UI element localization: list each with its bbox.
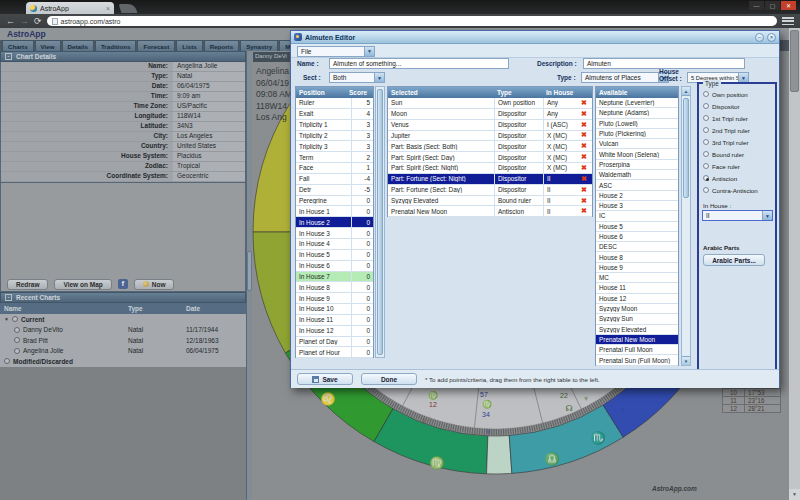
selected-criteria-row[interactable]: Part: Fortune (Sect: Day)DispositorII✖ — [388, 185, 592, 196]
available-item[interactable]: Neptune (Leverrier) — [596, 98, 678, 108]
new-tab-button[interactable] — [119, 4, 138, 13]
radio-icon[interactable] — [703, 139, 709, 145]
recent-chart-row[interactable]: Modified/Discarded — [0, 356, 246, 367]
radio-icon[interactable] — [703, 163, 709, 169]
available-item[interactable]: House 3 — [596, 201, 678, 211]
position-row[interactable]: Detr-5 — [296, 185, 373, 196]
browser-tab[interactable]: AstroApp × — [26, 2, 114, 14]
now-button[interactable]: Now — [134, 279, 175, 290]
radio-icon[interactable] — [703, 115, 709, 121]
window-maximize-icon[interactable]: ▢ — [765, 1, 780, 10]
position-row[interactable]: In House 10 — [296, 206, 373, 217]
selected-criteria-row[interactable]: MoonDispositorAny✖ — [388, 109, 592, 120]
available-scrollbar[interactable]: ▲ ▼ — [681, 86, 691, 366]
available-item[interactable]: Pluto (Pickering) — [596, 129, 678, 139]
available-item[interactable]: House 6 — [596, 232, 678, 242]
selected-criteria-row[interactable]: VenusDispositorI (ASC)✖ — [388, 120, 592, 131]
selected-criteria-row[interactable]: Part: Basis (Sect: Both)DispositorX (MC)… — [388, 141, 592, 152]
radio-option-own-position[interactable]: Own position — [699, 88, 775, 100]
available-item[interactable]: Syzygy Moon — [596, 304, 678, 314]
available-item[interactable]: House 9 — [596, 263, 678, 273]
redraw-button[interactable]: Redraw — [7, 279, 48, 290]
collapse-icon[interactable]: - — [5, 53, 12, 60]
dialog-close-button[interactable]: × — [767, 33, 776, 42]
delete-criteria-icon[interactable]: ✖ — [578, 153, 590, 161]
position-row[interactable]: In House 80 — [296, 282, 373, 293]
nav-tab-details[interactable]: Details — [62, 40, 94, 51]
window-close-icon[interactable]: ✕ — [781, 1, 796, 10]
arabic-parts-button[interactable]: Arabic Parts... — [703, 254, 765, 266]
position-row[interactable]: Term2 — [296, 152, 373, 163]
chart-details-header[interactable]: - Chart Details — [0, 51, 246, 62]
name-input[interactable]: Almuten of something... — [329, 58, 509, 69]
url-bar[interactable]: astroapp.com/astro — [47, 16, 777, 26]
position-row[interactable]: Triplicity 33 — [296, 141, 373, 152]
position-row[interactable]: Triplicity 23 — [296, 131, 373, 142]
save-button[interactable]: Save — [297, 373, 353, 385]
delete-criteria-icon[interactable]: ✖ — [578, 207, 590, 215]
tab-close-icon[interactable]: × — [106, 5, 110, 12]
available-item[interactable]: IC — [596, 211, 678, 221]
radio-option-dispositor[interactable]: Dispositor — [699, 100, 775, 112]
chart-tab-danny[interactable]: Danny DeVi — [253, 52, 291, 62]
in-house-select[interactable]: II▼ — [702, 210, 773, 221]
available-item[interactable]: Syzygy Sun — [596, 314, 678, 324]
available-item[interactable]: House 5 — [596, 222, 678, 232]
position-row[interactable]: Planet of Day0 — [296, 337, 373, 348]
radio-option-2nd-tripl-ruler[interactable]: 2nd Tripl ruler — [699, 124, 775, 136]
radio-option-antiscion[interactable]: Antiscion — [699, 172, 775, 184]
available-item[interactable]: Prenatal Full Moon — [596, 345, 678, 355]
recent-chart-row[interactable]: Danny DeVitoNatal11/17/1944 — [0, 325, 246, 336]
available-item[interactable]: Prenatal Sun (Full Moon) — [596, 355, 678, 365]
position-row[interactable]: In House 120 — [296, 326, 373, 337]
nav-tab-synastry[interactable]: Synastry — [240, 40, 278, 51]
browser-scrollbar[interactable]: ▼ — [789, 28, 800, 500]
delete-criteria-icon[interactable]: ✖ — [578, 99, 590, 107]
position-row[interactable]: In House 90 — [296, 293, 373, 304]
available-item[interactable]: Syzygy Elevated — [596, 325, 678, 335]
delete-criteria-icon[interactable]: ✖ — [578, 186, 590, 194]
dialog-titlebar[interactable]: Almuten Editor – × — [291, 31, 779, 44]
selected-criteria-row[interactable]: SunOwn positionAny✖ — [388, 98, 592, 109]
sect-select[interactable]: Both▼ — [329, 72, 385, 83]
position-row[interactable]: In House 110 — [296, 315, 373, 326]
selected-criteria-row[interactable]: Prenatal New MoonAntiscionII✖ — [388, 206, 592, 217]
radio-icon[interactable] — [703, 91, 709, 97]
available-item[interactable]: Pluto (Lowell) — [596, 119, 678, 129]
delete-criteria-icon[interactable]: ✖ — [578, 175, 590, 183]
done-button[interactable]: Done — [361, 373, 417, 385]
selected-criteria-row[interactable]: Part: Spirit (Sect: Day)DispositorX (MC)… — [388, 152, 592, 163]
position-row[interactable]: In House 50 — [296, 250, 373, 261]
radio-icon[interactable] — [703, 103, 709, 109]
file-menu[interactable]: File▼ — [297, 46, 375, 57]
delete-criteria-icon[interactable]: ✖ — [578, 110, 590, 118]
radio-option-contra-antiscion[interactable]: Contra-Antiscion — [699, 184, 775, 196]
available-item[interactable]: White Moon (Selena) — [596, 149, 678, 159]
radio-icon[interactable] — [703, 151, 709, 157]
available-item[interactable]: Vulcan — [596, 139, 678, 149]
recent-chart-row[interactable]: Angelina JolieNatal06/04/1975 — [0, 346, 246, 357]
position-row[interactable]: In House 30 — [296, 228, 373, 239]
scrollbar-thumb[interactable] — [790, 30, 799, 92]
position-row[interactable]: In House 20 — [296, 217, 373, 228]
delete-criteria-icon[interactable]: ✖ — [578, 121, 590, 129]
collapse-icon[interactable]: - — [5, 294, 12, 301]
position-row[interactable]: Peregrine0 — [296, 196, 373, 207]
selected-criteria-row[interactable]: JupiterDispositorX (MC)✖ — [388, 131, 592, 142]
nav-tab-reports[interactable]: Reports — [204, 40, 239, 51]
position-row[interactable]: In House 40 — [296, 239, 373, 250]
radio-option-bound-ruler[interactable]: Bound ruler — [699, 148, 775, 160]
recent-charts-header[interactable]: - Recent Charts — [0, 292, 246, 303]
back-icon[interactable]: ← — [6, 17, 15, 26]
delete-criteria-icon[interactable]: ✖ — [578, 164, 590, 172]
position-row[interactable]: In House 70 — [296, 272, 373, 283]
scroll-down-icon[interactable]: ▼ — [682, 356, 690, 365]
delete-criteria-icon[interactable]: ✖ — [578, 197, 590, 205]
radio-option-1st-tripl-ruler[interactable]: 1st Tripl ruler — [699, 112, 775, 124]
expand-triangle-icon[interactable]: ▼ — [4, 316, 9, 322]
facebook-icon[interactable]: f — [118, 279, 128, 289]
dialog-minimize-button[interactable]: – — [755, 33, 764, 42]
recent-chart-row[interactable]: ▼Current — [0, 314, 246, 325]
position-row[interactable]: Ruler5 — [296, 98, 373, 109]
available-item[interactable]: Prenatal New Moon — [596, 335, 678, 345]
